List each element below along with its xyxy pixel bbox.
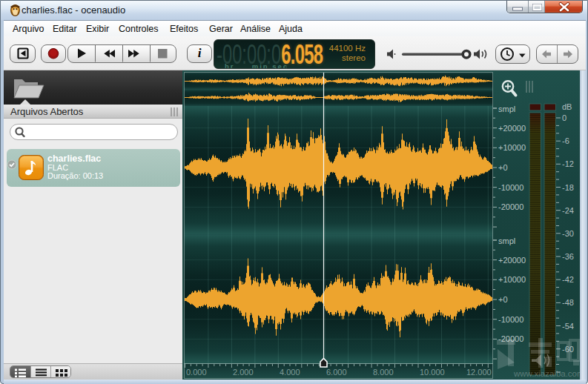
svg-text:+0: +0 bbox=[498, 163, 508, 172]
svg-text:12.000: 12.000 bbox=[466, 368, 492, 377]
svg-text:+10000: +10000 bbox=[498, 275, 526, 284]
svg-text:0.000: 0.000 bbox=[186, 368, 207, 377]
svg-text:0: 0 bbox=[562, 113, 566, 122]
svg-text:-10000: -10000 bbox=[498, 315, 523, 324]
svg-text:6.000: 6.000 bbox=[326, 368, 347, 377]
svg-text:smpl: smpl bbox=[498, 236, 515, 245]
svg-text:-20000: -20000 bbox=[498, 202, 523, 211]
svg-text:-30: -30 bbox=[562, 229, 574, 238]
svg-text:4.000: 4.000 bbox=[280, 368, 300, 377]
svg-text:www.xiazaiba.com: www.xiazaiba.com bbox=[513, 369, 580, 378]
svg-text:+20000: +20000 bbox=[498, 256, 526, 265]
svg-text:10.000: 10.000 bbox=[420, 368, 445, 377]
svg-text:+20000: +20000 bbox=[498, 124, 526, 133]
svg-text:-18: -18 bbox=[562, 183, 574, 192]
svg-text:-36: -36 bbox=[562, 252, 574, 261]
svg-text:-24: -24 bbox=[562, 206, 574, 215]
svg-text:-10000: -10000 bbox=[498, 183, 523, 192]
svg-text:-12: -12 bbox=[562, 159, 574, 168]
svg-text:2.000: 2.000 bbox=[233, 368, 254, 377]
svg-text:+0: +0 bbox=[498, 295, 508, 304]
svg-text:dB: dB bbox=[562, 102, 572, 111]
svg-text:-42: -42 bbox=[562, 275, 574, 284]
svg-text:-6: -6 bbox=[562, 136, 569, 145]
svg-text:smpl: smpl bbox=[498, 105, 515, 113]
svg-text:+10000: +10000 bbox=[498, 143, 526, 152]
svg-text:8.000: 8.000 bbox=[373, 368, 394, 377]
svg-text:-48: -48 bbox=[562, 298, 574, 307]
svg-text:-54: -54 bbox=[562, 322, 574, 331]
